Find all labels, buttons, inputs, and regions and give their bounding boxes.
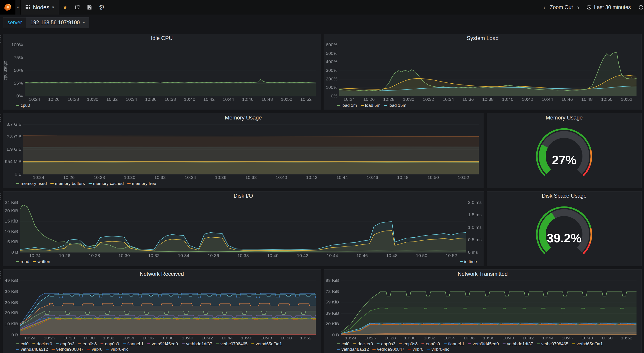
legend-label: vethd65ef9a1 [576, 342, 603, 346]
legend-item[interactable]: vethda48a512 [16, 347, 48, 352]
legend-item[interactable]: io time [460, 259, 477, 264]
legend-label: enp0s8 [404, 342, 418, 346]
legend-item[interactable]: enp0s9 [421, 342, 440, 346]
panel-drag-handle[interactable] [0, 114, 1, 123]
panel-title[interactable]: Disk Space Usage [487, 192, 642, 200]
legend-color-swatch [16, 349, 19, 350]
legend-label: vethd65ef9a1 [256, 342, 282, 346]
legend-label: read [21, 259, 29, 264]
legend-item[interactable]: memory free [128, 181, 156, 186]
settings-button[interactable]: ⚙ [96, 0, 108, 14]
legend-item[interactable]: enp0s3 [56, 342, 74, 346]
legend-item[interactable]: vethde900847 [372, 347, 404, 352]
panel-title[interactable]: Memory Usage [487, 113, 642, 122]
legend-item[interactable]: cpu0 [16, 103, 30, 108]
legend-color-swatch [147, 344, 150, 344]
zoom-out-button[interactable]: Zoom Out [548, 4, 574, 10]
refresh-button[interactable] [635, 4, 644, 10]
chevron-down-icon: ▾ [83, 20, 85, 25]
legend-item[interactable]: virbr0 [408, 347, 424, 352]
idle-cpu-chart[interactable] [3, 42, 321, 102]
legend-item[interactable]: memory used [16, 181, 47, 186]
system-load-chart[interactable] [324, 42, 642, 102]
legend-item[interactable]: memory buffers [50, 181, 85, 186]
legend-color-swatch [353, 344, 356, 344]
network-received-chart[interactable] [3, 278, 321, 341]
legend-label: memory free [132, 181, 156, 186]
network-transmitted-chart[interactable] [324, 278, 642, 341]
dashboard-picker[interactable]: Nodes ▾ [20, 0, 59, 14]
legend-color-swatch [384, 105, 387, 106]
legend-item[interactable]: read [16, 259, 29, 264]
panel-title[interactable]: Network Received [3, 270, 321, 278]
legend-item[interactable]: virbr0-nic [106, 347, 128, 352]
legend-item[interactable]: vethbde1df37 [182, 342, 212, 346]
legend-item[interactable]: virbr0 [87, 347, 103, 352]
legend-item[interactable]: vethc0798465 [216, 342, 248, 346]
time-shift-right-button[interactable]: › [574, 0, 582, 14]
time-shift-left-button[interactable]: ‹ [540, 0, 548, 14]
panel-title[interactable]: Idle CPU [3, 34, 321, 42]
legend-item[interactable]: load 15m [384, 103, 406, 108]
legend-label: virbr0 [412, 347, 424, 352]
legend-item[interactable]: vethde900847 [52, 347, 83, 352]
legend-color-swatch [337, 349, 340, 350]
legend-item[interactable]: vethbde1df37 [502, 342, 533, 346]
legend-item[interactable]: flannel.1 [123, 342, 144, 346]
panel-title[interactable]: Network Transmitted [324, 270, 642, 278]
panel-drag-handle[interactable] [0, 193, 1, 201]
legend-item[interactable]: flannel.1 [444, 342, 464, 346]
legend-item[interactable]: enp0s3 [376, 342, 395, 346]
legend-color-swatch [106, 349, 109, 350]
legend-item[interactable]: memory cached [88, 181, 124, 186]
panel-drag-handle[interactable] [0, 35, 1, 44]
disk-io-chart[interactable] [3, 200, 484, 259]
legend-color-swatch [399, 344, 402, 344]
legend-label: memory cached [93, 181, 124, 186]
panel-title[interactable]: Memory Usage [3, 113, 484, 122]
time-range-picker[interactable]: Last 30 minutes [582, 4, 635, 10]
legend-label: virbr0 [92, 347, 103, 352]
legend-item[interactable]: load 5m [360, 103, 380, 108]
legend-item[interactable]: written [33, 259, 50, 264]
grafana-logo[interactable] [0, 0, 16, 14]
legend-item[interactable]: vethd65ef9a1 [572, 342, 603, 346]
server-variable-dropdown[interactable]: 192.168.56.107:9100 ▾ [26, 17, 89, 28]
legend-item[interactable]: enp0s9 [100, 342, 119, 346]
legend-label: load 5m [365, 103, 380, 108]
panel-title[interactable]: System Load [324, 34, 642, 42]
legend-color-swatch [372, 349, 376, 350]
panel-drag-handle[interactable] [0, 271, 1, 280]
share-button[interactable] [71, 0, 83, 14]
legend-item[interactable]: vethda48a512 [337, 347, 369, 352]
legend-color-swatch [16, 183, 19, 184]
legend-item[interactable]: enp0s8 [399, 342, 418, 346]
legend-item[interactable]: docker0 [32, 342, 52, 346]
legend: readwrittenio time [3, 259, 484, 266]
legend-item[interactable]: veth9fd45ed0 [468, 342, 499, 346]
legend-label: cni0 [21, 342, 28, 346]
legend-item[interactable]: cni0 [16, 342, 28, 346]
save-button[interactable] [83, 0, 96, 14]
legend-item[interactable]: docker0 [353, 342, 373, 346]
legend: cpu0 [3, 102, 321, 110]
legend-item[interactable]: veth9fd45ed0 [147, 342, 178, 346]
legend-color-swatch [52, 349, 55, 350]
memory-usage-chart[interactable] [3, 122, 484, 180]
legend-item[interactable]: load 1m [337, 103, 357, 108]
panel-title[interactable]: Disk I/O [3, 192, 484, 200]
legend-item[interactable]: vethd65ef9a1 [251, 342, 282, 346]
legend-item[interactable]: vethc0798465 [537, 342, 568, 346]
legend-item[interactable]: cni0 [337, 342, 350, 346]
legend-color-swatch [251, 344, 254, 344]
legend-label: cni0 [342, 342, 350, 346]
star-icon: ★ [62, 4, 68, 11]
dashboard-title: Nodes [33, 4, 49, 11]
legend-label: load 1m [342, 103, 357, 108]
org-dropdown-caret[interactable]: ▾ [16, 0, 20, 14]
star-button[interactable]: ★ [59, 0, 71, 14]
legend-label: memory buffers [55, 181, 85, 186]
legend-item[interactable]: enp0s8 [78, 342, 97, 346]
clock-icon [586, 4, 592, 10]
legend-item[interactable]: virbr0-nic [427, 347, 449, 352]
